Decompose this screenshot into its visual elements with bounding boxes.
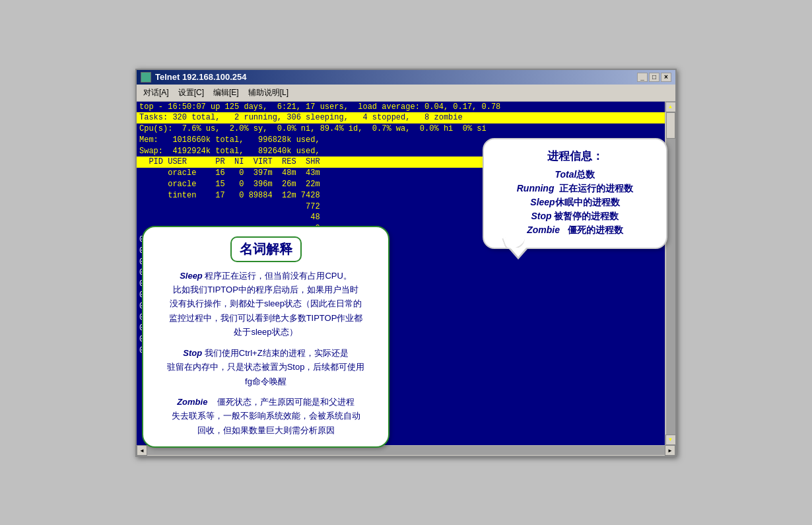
glossary-zombie-section: Zombie 僵死状态，产生原因可能是和父进程 失去联系等，一般不影响系统效能，…	[155, 395, 376, 437]
term-line-cpu: Cpu(s): 7.6% us, 2.0% sy, 0.0% ni, 89.4%…	[137, 123, 665, 135]
glossary-title: 名词解释	[230, 236, 302, 262]
bubble-item-stop: Stop 被暂停的进程数	[496, 211, 654, 223]
bubble-item-zombie: Zombie 僵死的进程数	[496, 225, 654, 236]
scroll-down-button[interactable]: ▼	[665, 435, 676, 445]
content-area: top - 16:50:07 up 125 days, 6:21, 17 use…	[137, 102, 675, 456]
menu-dialog[interactable]: 对话[A]	[139, 86, 173, 100]
bubble-item-sleep: Sleep休眠中的进程数	[496, 197, 654, 209]
bubble-glossary: 名词解释 Sleep 程序正在运行，但当前没有占用CPU。 比如我们TIPTOP…	[142, 226, 389, 448]
maximize-button[interactable]: □	[649, 73, 660, 82]
close-button[interactable]: ×	[661, 73, 671, 82]
scroll-left-button[interactable]: ◄	[137, 445, 147, 456]
title-bar: Telnet 192.168.100.254 _ □ ×	[137, 70, 675, 85]
bubble-process-info: 进程信息： Total总数 Running 正在运行的进程数 Sleep休眠中的…	[483, 138, 667, 249]
window-controls[interactable]: _ □ ×	[637, 73, 671, 82]
term-line-tasks: Tasks: 320 total, 2 running, 306 sleepin…	[137, 112, 665, 123]
bubble-tail-inner	[510, 248, 526, 257]
menu-edit[interactable]: 编辑[E]	[209, 86, 243, 100]
window-title: Telnet 192.168.100.254	[155, 72, 247, 82]
glossary-title-wrapper: 名词解释	[155, 236, 376, 262]
scroll-right-button[interactable]: ►	[665, 445, 675, 456]
bubble-right-title: 进程信息：	[496, 149, 654, 164]
scroll-up-button[interactable]: ▲	[665, 102, 676, 112]
minimize-button[interactable]: _	[637, 73, 648, 82]
bubble-item-total: Total总数	[496, 169, 654, 181]
menu-bar: 对话[A] 设置[C] 编辑[E] 辅助说明[L]	[137, 85, 675, 102]
window-icon	[141, 72, 151, 83]
main-window: Telnet 192.168.100.254 _ □ × 对话[A] 设置[C]…	[135, 69, 677, 457]
glossary-sleep-section: Sleep 程序正在运行，但当前没有占用CPU。 比如我们TIPTOP中的程序启…	[155, 269, 376, 339]
bubble-item-running: Running 正在运行的进程数	[496, 183, 654, 195]
scroll-thumb[interactable]	[666, 112, 675, 139]
menu-settings[interactable]: 设置[C]	[174, 86, 208, 100]
glossary-stop-section: Stop 我们使用Ctrl+Z结束的进程，实际还是 驻留在内存中，只是状态被置为…	[155, 346, 376, 388]
menu-help[interactable]: 辅助说明[L]	[244, 86, 292, 100]
term-line-top: top - 16:50:07 up 125 days, 6:21, 17 use…	[137, 102, 665, 113]
